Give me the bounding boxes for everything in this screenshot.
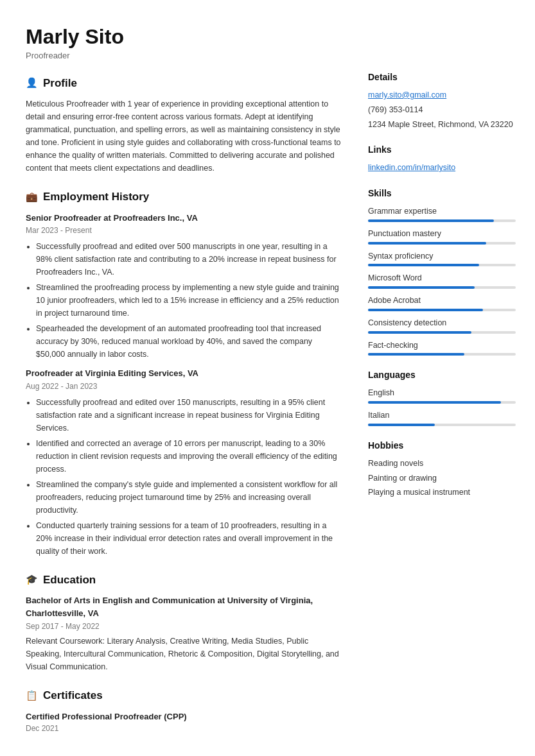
skill-syntax: Syntax proficiency	[368, 250, 516, 267]
job-2-bullet-4: Conducted quarterly training sessions fo…	[36, 519, 342, 558]
cert-1-name: Certified Professional Proofreader (CPP)	[26, 710, 342, 723]
edu-1: Bachelor of Arts in English and Communic…	[26, 594, 342, 673]
employment-section: 💼 Employment History Senior Proofreader …	[26, 189, 342, 558]
email-link[interactable]: marly.sito@gmail.com	[368, 89, 516, 101]
hobby-3: Playing a musical instrument	[368, 486, 516, 499]
address: 1234 Maple Street, Richmond, VA 23220	[368, 119, 516, 131]
lang-english-bar-bg	[368, 401, 516, 404]
job-1-bullet-1: Successfully proofread and edited over 5…	[36, 240, 342, 279]
skill-punctuation-label: Punctuation mastery	[368, 228, 516, 240]
skill-adobe: Adobe Acrobat	[368, 295, 516, 311]
details-section: Details marly.sito@gmail.com (769) 353-0…	[368, 71, 516, 130]
skill-syntax-label: Syntax proficiency	[368, 250, 516, 262]
skill-msword-bar-fill	[368, 286, 475, 289]
job-1-bullet-2: Streamlined the proofreading process by …	[36, 281, 342, 320]
lang-english-label: English	[368, 387, 516, 399]
lang-italian-label: Italian	[368, 409, 516, 422]
edu-1-description: Relevant Coursework: Literary Analysis, …	[26, 635, 342, 673]
employment-icon: 💼	[26, 190, 38, 205]
job-1-title: Senior Proofreader at Proofreaders Inc.,…	[26, 212, 342, 225]
skill-grammar-bar-fill	[368, 219, 494, 222]
lang-english: English	[368, 387, 516, 404]
skill-syntax-bar-bg	[368, 264, 516, 266]
edu-1-date: Sep 2017 - May 2022	[26, 621, 342, 632]
skill-consistency: Consistency detection	[368, 317, 516, 334]
profile-section: 👤 Profile Meticulous Proofreader with 1 …	[26, 75, 342, 175]
job-2-bullet-2: Identified and corrected an average of 1…	[36, 437, 342, 476]
skill-adobe-label: Adobe Acrobat	[368, 295, 516, 307]
job-2-title: Proofreader at Virginia Editing Services…	[26, 367, 342, 380]
job-1: Senior Proofreader at Proofreaders Inc.,…	[26, 212, 342, 361]
education-heading: 🎓 Education	[26, 572, 342, 588]
edu-1-degree: Bachelor of Arts in English and Communic…	[26, 594, 342, 619]
certificates-section: 📋 Certificates Certified Professional Pr…	[26, 687, 342, 734]
education-icon: 🎓	[26, 572, 38, 587]
hobbies-section: Hobbies Reading novels Painting or drawi…	[368, 439, 516, 499]
skill-punctuation-bar-fill	[368, 242, 486, 245]
phone-number: (769) 353-0114	[368, 104, 516, 116]
skill-factcheck-bar-bg	[368, 353, 516, 356]
certificates-heading: 📋 Certificates	[26, 687, 342, 704]
skills-heading: Skills	[368, 187, 516, 200]
languages-section: Languages English Italian	[368, 368, 516, 426]
profile-heading: 👤 Profile	[26, 75, 342, 92]
hobby-1: Reading novels	[368, 458, 516, 470]
skill-grammar: Grammar expertise	[368, 205, 516, 222]
skill-syntax-bar-fill	[368, 264, 479, 266]
candidate-name: Marly Sito	[26, 26, 342, 48]
candidate-title: Proofreader	[26, 49, 342, 62]
resume-page: Marly Sito Proofreader 👤 Profile Meticul…	[0, 0, 535, 756]
job-2-bullet-3: Streamlined the company's style guide an…	[36, 478, 342, 517]
cert-1: Certified Professional Proofreader (CPP)…	[26, 710, 342, 735]
cert-1-date: Dec 2021	[26, 723, 342, 734]
skill-consistency-bar-bg	[368, 331, 516, 334]
hobbies-heading: Hobbies	[368, 439, 516, 452]
job-1-date: Mar 2023 - Present	[26, 225, 342, 236]
job-2: Proofreader at Virginia Editing Services…	[26, 367, 342, 558]
job-1-bullets: Successfully proofread and edited over 5…	[26, 240, 342, 361]
skill-consistency-label: Consistency detection	[368, 317, 516, 329]
profile-icon: 👤	[26, 76, 38, 90]
lang-english-bar-fill	[368, 401, 501, 404]
job-2-bullet-1: Successfully proofread and edited over 1…	[36, 396, 342, 434]
details-heading: Details	[368, 71, 516, 84]
skill-grammar-bar-bg	[368, 219, 516, 222]
lang-italian-bar-bg	[368, 424, 516, 426]
skill-adobe-bar-fill	[368, 309, 483, 311]
links-heading: Links	[368, 143, 516, 157]
certificates-icon: 📋	[26, 689, 38, 703]
skill-factcheck: Fact-checking	[368, 339, 516, 356]
skill-punctuation: Punctuation mastery	[368, 228, 516, 245]
education-section: 🎓 Education Bachelor of Arts in English …	[26, 572, 342, 674]
left-column: Marly Sito Proofreader 👤 Profile Meticul…	[26, 26, 342, 748]
skill-msword-bar-bg	[368, 286, 516, 289]
skills-section: Skills Grammar expertise Punctuation mas…	[368, 187, 516, 356]
employment-heading: 💼 Employment History	[26, 189, 342, 205]
job-1-bullet-3: Spearheaded the development of an automa…	[36, 322, 342, 361]
hobby-2: Painting or drawing	[368, 472, 516, 485]
job-2-date: Aug 2022 - Jan 2023	[26, 381, 342, 392]
job-2-bullets: Successfully proofread and edited over 1…	[26, 396, 342, 558]
skill-msword-label: Microsoft Word	[368, 272, 516, 284]
lang-italian: Italian	[368, 409, 516, 426]
languages-heading: Languages	[368, 368, 516, 382]
skill-punctuation-bar-bg	[368, 242, 516, 245]
lang-italian-bar-fill	[368, 424, 435, 426]
header: Marly Sito Proofreader	[26, 26, 342, 62]
right-column: Details marly.sito@gmail.com (769) 353-0…	[368, 26, 516, 748]
skill-msword: Microsoft Word	[368, 272, 516, 289]
linkedin-link[interactable]: linkedin.com/in/marlysito	[368, 162, 516, 174]
links-section: Links linkedin.com/in/marlysito	[368, 143, 516, 174]
profile-text: Meticulous Proofreader with 1 year of ex…	[26, 98, 342, 175]
skill-factcheck-bar-fill	[368, 353, 464, 356]
skill-adobe-bar-bg	[368, 309, 516, 311]
skill-factcheck-label: Fact-checking	[368, 339, 516, 352]
skill-grammar-label: Grammar expertise	[368, 205, 516, 218]
skill-consistency-bar-fill	[368, 331, 471, 334]
